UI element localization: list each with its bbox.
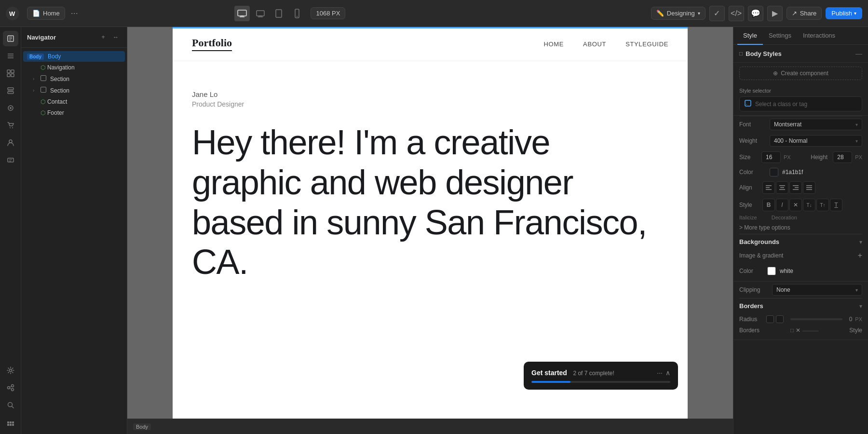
italic-btn[interactable]: I bbox=[776, 199, 788, 211]
get-started-collapse-btn[interactable]: ∧ bbox=[665, 369, 670, 377]
navigator-add-btn[interactable]: + bbox=[98, 32, 108, 42]
mobile-btn[interactable] bbox=[289, 6, 305, 21]
backgrounds-collapse-btn[interactable]: ▾ bbox=[859, 239, 862, 245]
clipping-select[interactable]: None ▾ bbox=[772, 284, 862, 296]
add-image-gradient-btn[interactable]: + bbox=[858, 251, 862, 260]
create-component-button[interactable]: ⊕ Create component bbox=[739, 67, 862, 80]
designing-button[interactable]: ✏️ Designing ▾ bbox=[651, 7, 705, 20]
size-unit: PX bbox=[784, 154, 791, 160]
checkmark-button[interactable]: ✓ bbox=[709, 6, 725, 21]
color-swatch[interactable] bbox=[770, 168, 778, 176]
svg-text:.: . bbox=[746, 101, 747, 106]
tab-style[interactable]: Style bbox=[737, 27, 763, 45]
chevron-down-icon: ▾ bbox=[855, 287, 858, 293]
style-selector-label: Style selector bbox=[739, 88, 862, 94]
settings-icon[interactable] bbox=[3, 363, 18, 378]
portfolio-nav: Portfolio HOME ABOUT STYLEGUIDE bbox=[173, 27, 688, 61]
bg-color-swatch[interactable] bbox=[767, 267, 776, 275]
svg-text:W: W bbox=[9, 10, 15, 17]
device-switcher: 1068 PX bbox=[234, 6, 345, 21]
svg-rect-46 bbox=[12, 421, 14, 423]
style-selector-input[interactable]: . Select a class or tag bbox=[739, 96, 862, 111]
layers-icon[interactable] bbox=[3, 48, 18, 64]
weight-value-box[interactable]: 400 - Normal ▾ bbox=[770, 135, 862, 147]
tab-settings[interactable]: Settings bbox=[763, 27, 797, 45]
nav-item-footer[interactable]: ⬡ Footer bbox=[23, 108, 125, 118]
style-label-text: Style bbox=[739, 202, 759, 208]
code-button[interactable]: </> bbox=[729, 6, 744, 21]
tab-interactions[interactable]: Interactions bbox=[797, 27, 841, 45]
underline-btn[interactable]: T bbox=[830, 199, 842, 211]
svg-point-10 bbox=[297, 16, 298, 17]
cms-icon[interactable] bbox=[3, 83, 18, 98]
strikethrough-btn[interactable]: ✕ bbox=[789, 199, 802, 211]
tablet-btn[interactable] bbox=[271, 6, 286, 21]
nav-item-contact[interactable]: ⬡ Contact bbox=[23, 96, 125, 107]
portfolio-content: Jane Lo Product Designer Hey there! I'm … bbox=[173, 61, 688, 301]
ecommerce-icon[interactable] bbox=[3, 118, 18, 133]
forms-icon[interactable] bbox=[3, 152, 18, 168]
play-button[interactable]: ▶ bbox=[767, 6, 783, 21]
svg-point-33 bbox=[9, 369, 12, 372]
get-started-count: 2 of 7 complete! bbox=[573, 370, 614, 377]
svg-point-34 bbox=[7, 387, 10, 389]
search-icon[interactable] bbox=[3, 397, 18, 413]
canvas-wrapper[interactable]: Body Portfolio HOME ABOUT STYLEGUIDE Jan… bbox=[127, 27, 733, 419]
publish-button[interactable]: Publish ▾ bbox=[826, 7, 862, 19]
navigator-collapse-btn[interactable]: ↔ bbox=[110, 32, 121, 42]
svg-rect-5 bbox=[257, 11, 264, 16]
body-styles-close-btn[interactable]: — bbox=[855, 50, 862, 57]
more-options-button[interactable]: ··· bbox=[71, 8, 78, 18]
integrations-icon[interactable] bbox=[3, 380, 18, 395]
chevron-down-icon: ▾ bbox=[698, 11, 700, 16]
bg-color-label: Color bbox=[739, 268, 763, 274]
more-type-options-btn[interactable]: > More type options bbox=[733, 221, 868, 234]
height-unit: PX bbox=[855, 154, 862, 160]
color-value: #1a1b1f bbox=[782, 169, 803, 176]
portfolio-role: Product Designer bbox=[192, 100, 668, 108]
size-label: Size bbox=[739, 154, 759, 161]
px-display: 1068 PX bbox=[311, 7, 345, 19]
nav-item-navigation[interactable]: ⬡ Navigation bbox=[23, 62, 125, 73]
share-button[interactable]: ↗ Share bbox=[787, 7, 822, 20]
borders-collapse-btn[interactable]: ▾ bbox=[859, 303, 862, 310]
nav-item-section2[interactable]: › Section bbox=[23, 85, 125, 96]
radius-slider[interactable] bbox=[790, 318, 842, 320]
get-started-title-area: Get started 2 of 7 complete! bbox=[531, 368, 614, 377]
style-sub-row: Italicize Decoration bbox=[733, 214, 868, 221]
clipping-label: Clipping bbox=[739, 286, 768, 293]
users-icon[interactable] bbox=[3, 135, 18, 150]
class-icon: . bbox=[745, 100, 751, 108]
bold-btn[interactable]: B bbox=[762, 199, 775, 211]
radius-checkbox-2[interactable] bbox=[776, 315, 784, 323]
get-started-more-btn[interactable]: ··· bbox=[657, 369, 663, 377]
align-center-btn[interactable] bbox=[776, 181, 788, 194]
svg-point-26 bbox=[10, 107, 12, 109]
align-left-btn[interactable] bbox=[762, 181, 775, 194]
svg-rect-8 bbox=[276, 10, 282, 17]
radius-row: Radius 0 PX bbox=[739, 313, 862, 325]
svg-rect-41 bbox=[7, 424, 9, 426]
nav-item-body[interactable]: Body Body bbox=[23, 51, 125, 62]
desktop-large-btn[interactable] bbox=[234, 6, 250, 21]
apps-icon[interactable] bbox=[3, 415, 18, 430]
comment-button[interactable]: 💬 bbox=[748, 6, 763, 21]
font-value-box[interactable]: Montserrat ▾ bbox=[770, 119, 862, 130]
align-right-btn[interactable] bbox=[789, 181, 802, 194]
superscript-btn[interactable]: T↑ bbox=[816, 199, 829, 211]
align-justify-btn[interactable] bbox=[803, 181, 815, 194]
size-input[interactable]: 16 bbox=[761, 151, 781, 163]
subscript-btn[interactable]: T↓ bbox=[803, 199, 815, 211]
nav-item-section1[interactable]: › Section bbox=[23, 73, 125, 84]
pages-icon[interactable] bbox=[3, 31, 18, 46]
desktop-btn[interactable] bbox=[253, 6, 268, 21]
svg-point-35 bbox=[11, 385, 14, 387]
get-started-header: Get started 2 of 7 complete! ··· ∧ bbox=[531, 368, 670, 377]
height-input[interactable]: 28 bbox=[833, 151, 852, 163]
color-label: Color bbox=[739, 169, 766, 176]
assets-icon[interactable] bbox=[3, 100, 18, 116]
home-button[interactable]: 📄 Home bbox=[27, 7, 65, 20]
components-icon[interactable] bbox=[3, 66, 18, 81]
radius-checkbox-1[interactable] bbox=[766, 315, 774, 323]
selection-indicator bbox=[173, 27, 688, 28]
